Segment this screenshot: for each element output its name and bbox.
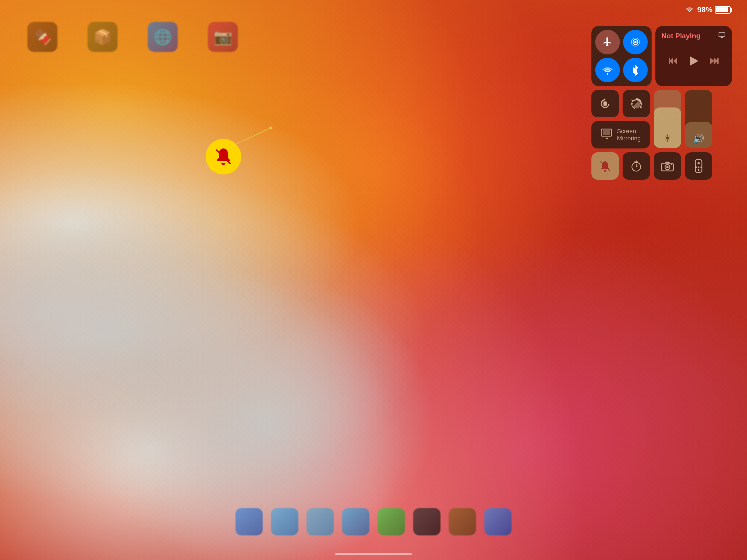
dock-icon-2[interactable] <box>271 508 298 535</box>
battery-status: 98% <box>697 5 730 14</box>
svg-rect-11 <box>717 58 719 64</box>
home-indicator <box>335 553 412 555</box>
dock-icon-3[interactable] <box>307 508 334 535</box>
bg-app-3: 🌐 <box>148 22 178 52</box>
now-playing-header: Not Playing <box>662 31 726 41</box>
dock-icon-5[interactable] <box>378 508 405 535</box>
screen-mirror-icon <box>601 128 613 142</box>
battery-fill <box>716 7 728 12</box>
svg-marker-12 <box>604 98 606 100</box>
svg-marker-6 <box>673 58 677 64</box>
svg-marker-16 <box>605 137 609 139</box>
battery-icon <box>715 6 730 14</box>
bg-app-1: 🍫 <box>27 22 57 52</box>
svg-point-24 <box>671 164 672 165</box>
svg-marker-8 <box>690 56 698 66</box>
remote-button[interactable] <box>685 152 712 180</box>
screen-mirroring-label: Screen Mirroring <box>617 128 641 142</box>
airplane-mode-button[interactable] <box>595 30 620 54</box>
battery-percent-text: 98% <box>697 5 713 14</box>
now-playing-title: Not Playing <box>662 32 700 40</box>
screen-mirroring-button[interactable]: Screen Mirroring <box>591 121 650 149</box>
dock <box>235 508 512 535</box>
svg-marker-10 <box>711 58 714 64</box>
mute-callout-circle <box>206 139 241 175</box>
svg-rect-29 <box>700 167 702 168</box>
hotspot-button[interactable] <box>623 30 648 54</box>
lock-dnd-row <box>591 90 650 117</box>
svg-rect-15 <box>603 130 610 135</box>
svg-point-4 <box>607 73 609 75</box>
svg-point-1 <box>634 41 637 43</box>
svg-point-0 <box>689 11 690 12</box>
connectivity-block <box>591 26 651 86</box>
volume-icon: 🔊 <box>693 133 704 144</box>
status-bar: 98% <box>685 5 730 14</box>
svg-rect-30 <box>698 169 699 171</box>
bg-app-2: 📦 <box>87 22 118 52</box>
now-playing-block[interactable]: Not Playing <box>655 26 732 86</box>
svg-rect-28 <box>695 167 697 168</box>
timer-button[interactable] <box>623 152 650 180</box>
control-center: Not Playing <box>591 26 732 180</box>
sliders-pair: ☀ 🔊 <box>654 90 712 149</box>
do-not-disturb-button[interactable] <box>623 90 650 117</box>
dock-icon-8[interactable] <box>484 508 512 535</box>
dock-icon-1[interactable] <box>235 508 263 535</box>
bg-app-4: 📷 <box>208 22 238 52</box>
next-button[interactable] <box>709 55 720 69</box>
mute-callout-icon <box>212 146 234 168</box>
bluetooth-button[interactable] <box>623 58 648 82</box>
volume-slider[interactable]: 🔊 <box>685 90 712 148</box>
airplay-icon[interactable] <box>718 31 726 41</box>
brightness-icon: ☀ <box>663 133 672 144</box>
dock-icon-7[interactable] <box>449 508 476 535</box>
screen-lock-button[interactable] <box>591 90 619 117</box>
wifi-button[interactable] <box>595 58 620 82</box>
svg-rect-27 <box>698 167 699 168</box>
prev-button[interactable] <box>668 55 679 69</box>
svg-point-26 <box>697 162 700 164</box>
dock-icon-4[interactable] <box>342 508 369 535</box>
wifi-status-icon <box>685 6 694 14</box>
svg-rect-7 <box>669 58 670 64</box>
cc-row-2: Screen Mirroring ☀ 🔊 <box>591 90 732 149</box>
mute-button[interactable] <box>591 152 619 180</box>
cc-row-1: Not Playing <box>591 26 732 86</box>
now-playing-controls <box>662 43 726 81</box>
dock-icon-6[interactable] <box>413 508 440 535</box>
left-controls: Screen Mirroring <box>591 90 650 149</box>
quick-actions-row <box>591 152 732 180</box>
brightness-slider[interactable]: ☀ <box>654 90 681 148</box>
camera-button[interactable] <box>654 152 681 180</box>
svg-point-23 <box>666 166 669 168</box>
play-button[interactable] <box>687 54 700 71</box>
